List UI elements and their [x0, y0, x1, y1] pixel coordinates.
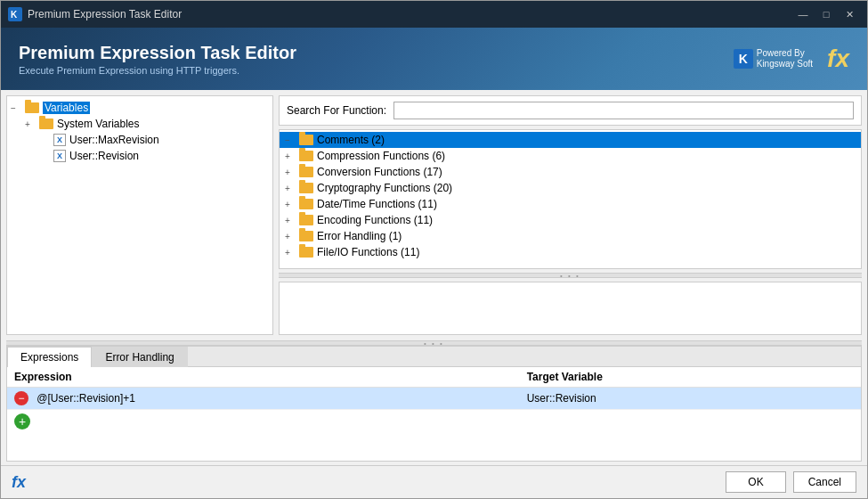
func-label-datetime: Date/Time Functions (11) [317, 198, 437, 210]
title-bar-text: Premium Expression Task Editor [28, 8, 792, 20]
revision-label: User::Revision [69, 150, 139, 162]
expression-display [279, 282, 862, 335]
func-toggle-fileio[interactable]: + [285, 248, 297, 258]
folder-icon-system [39, 119, 53, 129]
footer-buttons: OK Cancel [726, 471, 856, 493]
func-toggle-error[interactable]: + [285, 232, 297, 241]
svg-text:K: K [11, 10, 18, 20]
tab-expressions[interactable]: Expressions [7, 347, 92, 367]
cell-expression: − @[User::Revision]+1 [7, 388, 520, 410]
title-bar: K Premium Expression Task Editor — □ ✕ [1, 1, 867, 28]
main-window: K Premium Expression Task Editor — □ ✕ P… [0, 0, 868, 499]
tree-item-revision[interactable]: X User::Revision [39, 148, 269, 164]
k-badge: K [734, 49, 753, 69]
maximize-button[interactable]: □ [815, 5, 837, 23]
header-subtitle: Execute Premium Expression using HTTP tr… [19, 65, 296, 76]
func-label-conversion: Conversion Functions (17) [317, 166, 442, 178]
right-panel: Search For Function: − Comments (2) + Co… [279, 95, 862, 335]
system-variables-label: System Variables [57, 118, 139, 130]
func-folder-conversion [299, 167, 313, 177]
func-toggle-cryptography[interactable]: + [285, 184, 297, 193]
title-bar-controls: — □ ✕ [792, 5, 860, 23]
header-left: Premium Expression Task Editor Execute P… [19, 43, 296, 76]
kingsway-logo: K Powered By Kingsway Soft [734, 48, 813, 70]
func-toggle-compression[interactable]: + [285, 151, 297, 161]
variables-panel: − Variables + System Variables [6, 95, 273, 335]
func-toggle-encoding[interactable]: + [285, 216, 297, 225]
expressions-table: Expression Target Variable − @[User::Rev… [7, 367, 861, 410]
cancel-button[interactable]: Cancel [793, 471, 856, 493]
func-item-encoding[interactable]: + Encoding Functions (11) [280, 212, 861, 228]
func-label-compression: Compression Functions (6) [317, 150, 445, 162]
tree-item-system-variables[interactable]: + System Variables [25, 116, 269, 132]
header-right: K Powered By Kingsway Soft fx [734, 45, 849, 73]
header: Premium Expression Task Editor Execute P… [1, 28, 867, 90]
table-row[interactable]: − @[User::Revision]+1 User::Revision [7, 388, 861, 410]
tab-error-handling[interactable]: Error Handling [92, 347, 187, 367]
func-label-fileio: File/IO Functions (11) [317, 246, 419, 258]
func-folder-error [299, 231, 313, 241]
func-item-compression[interactable]: + Compression Functions (6) [280, 148, 861, 164]
var-icon-max-revision: X [53, 134, 66, 146]
func-item-error-handling[interactable]: + Error Handling (1) [280, 228, 861, 244]
cell-target-variable: User::Revision [520, 388, 861, 410]
user-vars-group: X User::MaxRevision X User::Revision [11, 132, 269, 164]
func-folder-datetime [299, 199, 313, 209]
func-folder-fileio [299, 247, 313, 258]
var-icon-revision: X [53, 150, 66, 162]
max-revision-label: User::MaxRevision [69, 134, 159, 146]
function-list-container: − Comments (2) + Compression Functions (… [279, 129, 862, 269]
func-folder-encoding [299, 215, 313, 225]
kingsway-text: Powered By Kingsway Soft [757, 48, 813, 70]
horizontal-splitter[interactable]: • • • [279, 273, 862, 278]
expression-value: @[User::Revision]+1 [37, 392, 135, 405]
folder-icon-variables [25, 102, 39, 113]
remove-expression-button[interactable]: − [14, 391, 28, 405]
add-expression-button[interactable]: + [14, 413, 30, 429]
function-list[interactable]: − Comments (2) + Compression Functions (… [280, 130, 861, 268]
minimize-button[interactable]: — [792, 5, 814, 23]
tree-root-variables[interactable]: − Variables [11, 100, 269, 116]
func-label-encoding: Encoding Functions (11) [317, 214, 433, 226]
tree-toggle-variables[interactable]: − [11, 103, 25, 113]
variables-tree[interactable]: − Variables + System Variables [7, 96, 272, 334]
system-variables-group: + System Variables [11, 116, 269, 132]
func-folder-compression [299, 151, 313, 161]
ok-button[interactable]: OK [726, 471, 785, 493]
func-label-comments: Comments (2) [317, 134, 385, 146]
tabs-header: Expressions Error Handling [7, 347, 861, 367]
main-content: − Variables + System Variables [1, 90, 867, 340]
func-item-fileio[interactable]: + File/IO Functions (11) [280, 244, 861, 260]
func-toggle-comments[interactable]: − [285, 135, 297, 145]
func-toggle-datetime[interactable]: + [285, 200, 297, 209]
footer: fx OK Cancel [1, 465, 867, 498]
func-folder-comments [299, 135, 313, 145]
tabs-body: Expression Target Variable − @[User::Rev… [7, 367, 861, 461]
header-title: Premium Expression Task Editor [19, 43, 296, 63]
title-bar-icon: K [8, 7, 22, 21]
func-item-conversion[interactable]: + Conversion Functions (17) [280, 164, 861, 180]
search-label: Search For Function: [287, 104, 386, 117]
search-bar: Search For Function: [279, 95, 862, 126]
splitter-dots: • • • [560, 272, 580, 280]
tabs-container: Expressions Error Handling Expression Ta… [6, 346, 862, 462]
fx-logo-icon: fx [827, 45, 849, 73]
col-header-expression: Expression [7, 367, 520, 388]
tree-toggle-system[interactable]: + [25, 119, 39, 129]
func-label-error: Error Handling (1) [317, 230, 402, 242]
func-label-cryptography: Cryptography Functions (20) [317, 182, 452, 194]
func-folder-cryptography [299, 183, 313, 193]
footer-left: fx [12, 473, 26, 492]
variables-label: Variables [43, 102, 90, 114]
func-toggle-conversion[interactable]: + [285, 168, 297, 177]
func-item-cryptography[interactable]: + Cryptography Functions (20) [280, 180, 861, 196]
search-input[interactable] [393, 102, 854, 119]
footer-fx-icon: fx [12, 473, 26, 492]
func-item-comments[interactable]: − Comments (2) [280, 132, 861, 148]
close-button[interactable]: ✕ [839, 5, 860, 23]
func-item-datetime[interactable]: + Date/Time Functions (11) [280, 196, 861, 212]
col-header-target: Target Variable [520, 367, 861, 388]
tree-item-max-revision[interactable]: X User::MaxRevision [39, 132, 269, 148]
